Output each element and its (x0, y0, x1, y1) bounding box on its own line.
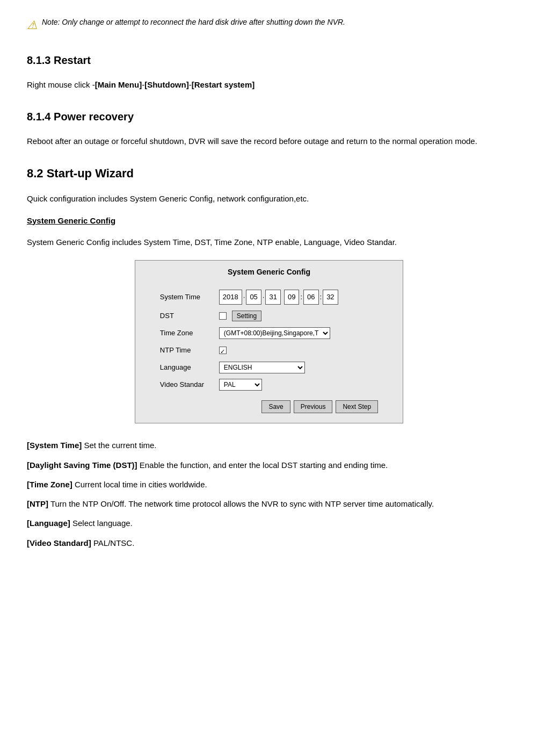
param-language-label: [Language] (27, 519, 70, 528)
param-language: [Language] Select language. (27, 516, 511, 530)
language-field: ENGLISH (219, 362, 305, 373)
param-ntp-label: [NTP] (27, 499, 48, 508)
param-dst-label: [Daylight Saving Time (DST)] (27, 460, 137, 470)
dst-row: DST Setting (160, 310, 378, 322)
section-8-1-4-heading: 8.1.4 Power recovery (27, 107, 511, 126)
section-8-2-heading: 8.2 Start-up Wizard (27, 163, 511, 183)
param-system-time: [System Time] Set the current time. (27, 438, 511, 452)
language-select[interactable]: ENGLISH (219, 362, 305, 373)
section-8-2-subheading-body: System Generic Config includes System Ti… (27, 235, 511, 249)
dst-field: Setting (219, 311, 261, 321)
system-time-field: 2018 · 05 · 31 09 : 06 : 32 (219, 290, 338, 305)
bold-shutdown: [Shutdown] (144, 80, 188, 89)
param-system-time-text: Set the current time. (84, 441, 156, 450)
timezone-field: (GMT+08:00)Beijing,Singapore,T (219, 327, 330, 339)
minute-box[interactable]: 06 (303, 290, 318, 305)
ntp-row: NTP Time (160, 344, 378, 356)
ui-title: System Generic Config (141, 266, 397, 279)
dst-setting-button[interactable]: Setting (232, 311, 261, 321)
system-time-row: System Time 2018 · 05 · 31 09 : 06 : 32 (160, 290, 378, 305)
timezone-row: Time Zone (GMT+08:00)Beijing,Singapore,T (160, 327, 378, 339)
video-standar-field: PAL (219, 379, 262, 391)
section-8-1-4: 8.1.4 Power recovery Reboot after an out… (27, 107, 511, 148)
note-text: Note: Only change or attempt to reconnec… (42, 16, 345, 29)
param-timezone-text: Current local time in cities worldwide. (75, 480, 207, 489)
ui-form: System Time 2018 · 05 · 31 09 : 06 : 32 (160, 290, 378, 414)
warning-icon: ⚠ (27, 15, 38, 35)
ntp-field (219, 347, 229, 354)
time-boxes: 2018 · 05 · 31 09 : 06 : 32 (219, 290, 338, 305)
param-dst-text: Enable the function, and enter the local… (140, 460, 388, 470)
param-ntp-text: Turn the NTP On/Off. The network time pr… (50, 499, 434, 508)
previous-button[interactable]: Previous (294, 400, 333, 413)
ntp-label: NTP Time (160, 344, 219, 356)
param-ntp: [NTP] Turn the NTP On/Off. The network t… (27, 497, 511, 511)
year-box[interactable]: 2018 (219, 290, 242, 305)
section-8-2-subheading: System Generic Config (27, 214, 511, 228)
system-time-label: System Time (160, 291, 219, 303)
section-8-1-3-heading: 8.1.3 Restart (27, 51, 511, 69)
save-button[interactable]: Save (261, 400, 290, 413)
param-video-standard-text: PAL/NTSC. (93, 538, 134, 548)
param-dst: [Daylight Saving Time (DST)] Enable the … (27, 458, 511, 472)
language-label: Language (160, 362, 219, 373)
hour-box[interactable]: 09 (284, 290, 299, 305)
section-8-1-4-body: Reboot after an outage or forceful shutd… (27, 134, 511, 148)
dst-checkbox[interactable] (219, 312, 227, 320)
ui-screenshot: System Generic Config System Time 2018 ·… (135, 260, 403, 423)
day-box[interactable]: 31 (265, 290, 280, 305)
timezone-label: Time Zone (160, 327, 219, 339)
month-box[interactable]: 05 (246, 290, 261, 305)
bold-restart: [Restart system] (192, 80, 255, 89)
language-row: Language ENGLISH (160, 362, 378, 373)
ntp-checkbox[interactable] (219, 347, 227, 354)
video-standar-row: Video Standar PAL (160, 379, 378, 391)
section-8-2: 8.2 Start-up Wizard Quick configuration … (27, 163, 511, 424)
param-system-time-label: [System Time] (27, 441, 82, 450)
param-timezone: [Time Zone] Current local time in cities… (27, 478, 511, 492)
param-video-standard: [Video Standard] PAL/NTSC. (27, 536, 511, 550)
video-standar-select[interactable]: PAL (219, 379, 262, 391)
section-8-1-3: 8.1.3 Restart Right mouse click -[Main M… (27, 51, 511, 92)
video-standar-label: Video Standar (160, 379, 219, 391)
param-video-standard-label: [Video Standard] (27, 538, 91, 548)
section-8-1-3-body: Right mouse click -[Main Menu]-[Shutdown… (27, 78, 511, 92)
bottom-buttons: Save Previous Next Step (160, 400, 378, 413)
param-timezone-label: [Time Zone] (27, 480, 72, 489)
section-8-2-intro: Quick configuration includes System Gene… (27, 192, 511, 206)
subheading-text: System Generic Config (27, 216, 115, 225)
note-block: ⚠ Note: Only change or attempt to reconn… (27, 16, 511, 35)
dst-label: DST (160, 310, 219, 322)
second-box[interactable]: 32 (323, 290, 338, 305)
timezone-select[interactable]: (GMT+08:00)Beijing,Singapore,T (219, 327, 330, 339)
next-step-button[interactable]: Next Step (336, 400, 378, 413)
param-language-text: Select language. (72, 519, 133, 528)
bold-main-menu: [Main Menu] (95, 80, 142, 89)
